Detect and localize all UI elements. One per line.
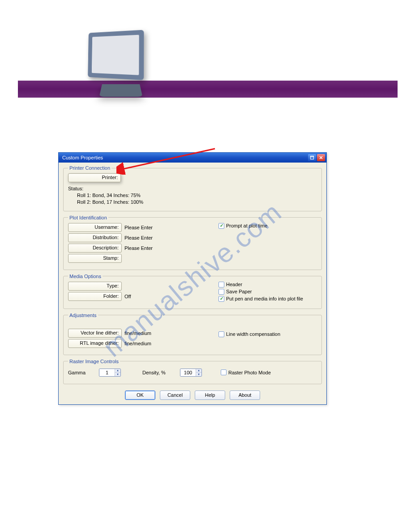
dialog-container: manualshive.com Custom Properties xyxy=(58,152,327,405)
description-button[interactable]: Description: xyxy=(68,244,122,253)
ok-button[interactable]: OK xyxy=(125,390,155,400)
photomode-cb-label: Raster Photo Mode xyxy=(228,370,271,375)
titlebar[interactable]: Custom Properties xyxy=(59,153,326,163)
vector-dither-value: fine/medium xyxy=(124,330,151,336)
header-band xyxy=(18,81,398,98)
cancel-button[interactable]: Cancel xyxy=(160,390,190,400)
printer-connection-group: Printer Connection Printer: Status: Roll… xyxy=(63,165,322,211)
dialog-body: Printer Connection Printer: Status: Roll… xyxy=(59,163,326,404)
spin-down-icon[interactable]: ▼ xyxy=(196,373,201,376)
vector-dither-button[interactable]: Vector line dither: xyxy=(68,329,122,338)
prompt-label: Prompt at plot time xyxy=(226,223,267,228)
header-checkbox[interactable]: Header xyxy=(218,282,317,287)
dialog-title: Custom Properties xyxy=(62,155,103,160)
line-width-compensation-checkbox[interactable]: Line width compensation xyxy=(218,331,317,337)
folder-value: Off xyxy=(124,294,131,299)
checkbox-unchecked-icon xyxy=(218,289,224,295)
media-options-group: Media Options Type: Folder: Off xyxy=(63,274,322,309)
raster-legend: Raster Image Controls xyxy=(68,359,120,364)
distribution-value: Please Enter xyxy=(124,235,153,240)
linewidth-cb-label: Line width compensation xyxy=(226,331,280,337)
printer-button[interactable]: Printer: xyxy=(68,173,121,182)
adjustments-legend: Adjustments xyxy=(68,313,98,318)
gamma-input[interactable] xyxy=(99,369,115,376)
distribution-button[interactable]: Distribution: xyxy=(68,233,122,242)
checkbox-unchecked-icon xyxy=(218,331,224,337)
roll1-status: Roll 1: Bond, 34 Inches: 75% xyxy=(77,192,317,199)
putpen-cb-label: Put pen and media info into plot file xyxy=(226,296,303,301)
spin-up-icon[interactable]: ▲ xyxy=(196,369,201,373)
window-help-icon xyxy=(310,155,314,160)
printer-connection-legend: Printer Connection xyxy=(68,165,111,171)
checkbox-unchecked-icon xyxy=(218,282,224,287)
plot-identification-group: Plot Identification Username: Please Ent… xyxy=(63,215,322,270)
adjustments-group: Adjustments Vector line dither: fine/med… xyxy=(63,313,322,355)
prompt-at-plot-time-checkbox[interactable]: ✓ Prompt at plot time xyxy=(218,223,317,229)
type-button[interactable]: Type: xyxy=(68,282,122,291)
gamma-label: Gamma xyxy=(68,370,93,375)
raster-photo-mode-checkbox[interactable]: Raster Photo Mode xyxy=(221,369,271,375)
save-paper-checkbox[interactable]: Save Paper xyxy=(218,289,317,295)
about-button[interactable]: About xyxy=(230,390,260,400)
dialog-buttons: OK Cancel Help About xyxy=(63,388,322,400)
help-button[interactable]: Help xyxy=(195,390,225,400)
checkbox-checked-icon: ✓ xyxy=(218,223,224,229)
folder-button[interactable]: Folder: xyxy=(68,292,122,301)
plot-identification-legend: Plot Identification xyxy=(68,215,108,220)
savepaper-cb-label: Save Paper xyxy=(226,289,252,294)
stamp-button[interactable]: Stamp: xyxy=(68,254,122,263)
svg-rect-1 xyxy=(311,156,314,159)
custom-properties-dialog: Custom Properties xyxy=(58,152,327,405)
density-label: Density, % xyxy=(142,370,174,375)
density-input[interactable] xyxy=(180,369,196,376)
gamma-spinner[interactable]: ▲ ▼ xyxy=(99,369,121,377)
page-header xyxy=(0,0,411,103)
raster-image-controls-group: Raster Image Controls Gamma ▲ ▼ Density,… xyxy=(63,359,322,384)
username-button[interactable]: Username: xyxy=(68,223,122,232)
checkbox-unchecked-icon xyxy=(221,369,227,375)
status-label: Status: xyxy=(68,186,317,191)
media-options-legend: Media Options xyxy=(68,274,103,279)
monitor-illustration xyxy=(85,31,157,105)
close-icon xyxy=(319,155,323,160)
density-spinner[interactable]: ▲ ▼ xyxy=(180,369,202,377)
spin-down-icon[interactable]: ▼ xyxy=(115,373,120,376)
titlebar-help-button[interactable] xyxy=(308,154,316,161)
rtl-dither-button[interactable]: RTL image dither: xyxy=(68,339,122,348)
checkbox-checked-icon: ✓ xyxy=(218,296,224,302)
username-value: Please Enter xyxy=(124,225,153,230)
roll2-status: Roll 2: Bond, 17 Inches: 100% xyxy=(77,199,317,206)
put-pen-media-checkbox[interactable]: ✓ Put pen and media info into plot file xyxy=(218,296,317,302)
header-cb-label: Header xyxy=(226,282,242,287)
titlebar-close-button[interactable] xyxy=(317,154,325,161)
spin-up-icon[interactable]: ▲ xyxy=(115,369,120,373)
rtl-dither-value: fine/medium xyxy=(124,341,151,346)
description-value: Please Enter xyxy=(124,245,153,251)
